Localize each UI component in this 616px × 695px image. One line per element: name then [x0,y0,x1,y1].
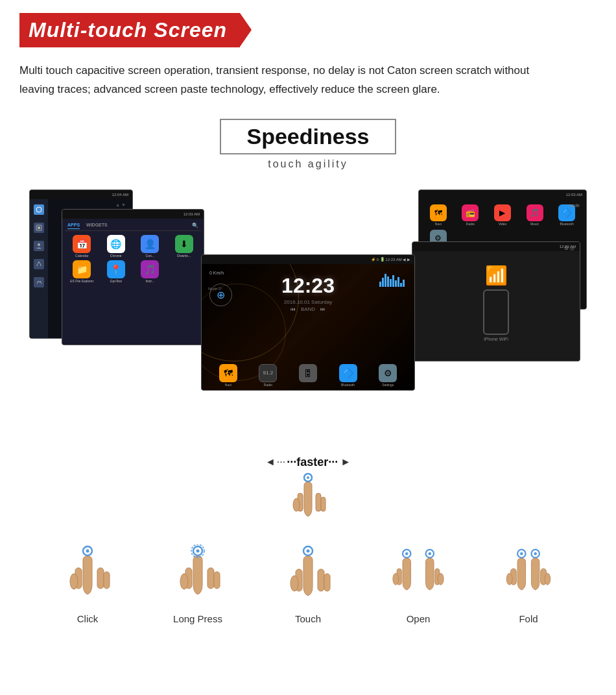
apps-tab: APPS [67,223,80,229]
bottom-app-icons: 🗺 Navi 91.2 Radio 🎛 🔷 Bluetooth ⚙ [202,364,414,387]
svg-rect-14 [97,568,104,589]
date-display: 2016.10.01 Saturday [281,299,335,305]
bottom-app-navi[interactable]: 🗺 Navi [219,364,237,387]
right-app-video[interactable]: ▶ Video [488,204,517,226]
app-more1[interactable]: 📁 ES File Explorer [66,260,98,283]
screen-left-front: 12:03 AM APPS WIDGETS 🔍 📅 Calendar 🌐 Chr… [62,209,204,345]
svg-point-4 [38,262,40,263]
svg-point-37 [438,574,444,585]
svg-rect-8 [316,493,321,511]
app-contacts[interactable]: 👤 Con... [134,235,166,258]
svg-rect-28 [324,574,330,591]
svg-point-29 [290,576,298,591]
speediness-section: Speediness touch agility [19,119,597,170]
search-icon-small[interactable]: 🔍 [192,223,198,229]
app-icon-contacts: 👤 [141,235,159,253]
app-icon-instr: 🎵 [141,260,159,278]
bottom-label-settings2: Settings [382,383,394,387]
svg-rect-21 [214,572,220,589]
right-app-navi[interactable]: 🗺 Navi [424,204,453,226]
right-app-label-music: Music [530,222,539,226]
tap-hand-svg [287,472,329,528]
gesture-open: Open [370,543,467,624]
widgets-tab: WIDGETS [86,223,108,229]
compass-direction: North 0° [208,287,222,291]
eq-bar-1 [379,282,381,287]
equalizer-bars [379,274,405,287]
next-btn[interactable]: ⏭ [320,306,326,312]
bottom-icon-bluetooth: 🔷 [339,364,357,382]
settings-icons: ⚙ ◎ [564,245,575,251]
svg-rect-20 [207,568,214,589]
sidebar-icon-4 [34,259,44,269]
speediness-box: Speediness [220,119,397,154]
screen-center: ⚡ 0 🔋 12:23 AM ◀ ▶ 0 Km/h ⊕ North 0° 12:… [201,254,415,391]
bottom-app-eq[interactable]: 🎛 [299,364,317,387]
gesture-hand-longpress [172,543,224,608]
app-chrome[interactable]: 🌐 Chrome [101,235,132,258]
svg-point-35 [429,552,431,555]
app-label-instr: Instr... [145,279,154,283]
eq-bar-7 [395,280,397,287]
app-icon-chrome: 🌐 [107,235,125,253]
app-label-calendar: Calendar [75,254,88,258]
svg-point-0 [36,207,41,212]
gesture-label-fold: Fold [519,613,538,624]
svg-point-10 [293,498,300,511]
app-icon-more1: 📁 [73,260,91,278]
svg-point-39 [520,552,523,555]
arrow-left: ◄ [265,456,276,468]
apps-tabs: APPS WIDGETS 🔍 [65,221,201,231]
svg-rect-15 [104,572,110,589]
media-controls: ⏮ BAND ⏭ [281,306,335,312]
sidebar-icon-3 [34,241,44,251]
svg-point-3 [38,243,40,246]
svg-point-31 [405,552,408,555]
speediness-subtitle: touch agility [268,158,348,170]
app-gps[interactable]: 📍 GpsTest [101,260,132,283]
bottom-icon-settings2: ⚙ [379,364,397,382]
svg-point-6 [307,476,309,479]
bottom-app-radio[interactable]: 91.2 Radio [259,364,277,387]
eq-bar-8 [397,277,399,287]
app-instr[interactable]: 🎵 Instr... [134,260,166,283]
header-banner: Multi-touch Screen [19,13,240,47]
mode-label: mode [568,203,580,208]
bottom-app-settings2[interactable]: ⚙ Settings [379,364,397,387]
apps-grid: 📅 Calendar 🌐 Chrome 👤 Con... ⬇ Downlo...… [65,234,201,284]
right-app-icon-navi: 🗺 [430,204,447,221]
right-app-label-radio: Radio [466,222,475,226]
gesture-row: Click Long Press [19,543,597,624]
faster-row: ◄ ··· ···faster··· ► [265,456,351,469]
speediness-title: Speediness [247,124,370,149]
bottom-label-radio: Radio [264,383,272,387]
sidebar-icon-5 [34,277,44,287]
status-text-1: 12:04 AM [112,193,128,197]
svg-rect-9 [321,497,326,511]
app-icon-calendar: 📅 [73,235,91,253]
phone-outline [483,289,509,335]
app-label-more1: ES File Explorer [70,279,93,283]
app-icon-gps: 📍 [107,260,125,278]
app-download[interactable]: ⬇ Downlo... [169,235,200,258]
gesture-longpress: Long Press [149,543,246,624]
bottom-icon-eq: 🎛 [299,364,317,382]
sidebar-strip [30,199,48,338]
app-label-gps: GpsTest [110,279,122,283]
app-label-download: Downlo... [177,254,191,258]
right-app-radio[interactable]: 📻 Radio [456,204,485,226]
clock-display: 12:23 [281,274,335,298]
bottom-label-bluetooth: Bluetooth [341,383,355,387]
bottom-app-bluetooth[interactable]: 🔷 Bluetooth [339,364,357,387]
svg-point-43 [534,552,536,555]
right-app-music[interactable]: 🎵 Music [521,204,549,226]
prev-btn[interactable]: ⏮ [290,306,296,312]
band-label: BAND [301,306,315,312]
eq-bar-6 [392,275,394,287]
eq-bar-2 [382,278,384,287]
right-app-label-bt: Bluetooth [560,222,574,226]
right-app-icon-radio: 📻 [462,204,479,221]
faster-section: ◄ ··· ···faster··· ► [19,449,597,530]
sidebar-icon-1 [34,204,44,215]
app-calendar[interactable]: 📅 Calendar [66,235,98,258]
